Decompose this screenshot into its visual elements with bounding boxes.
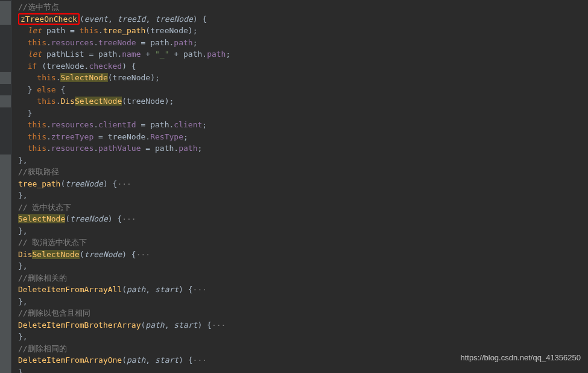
code-line: if (treeNode.checked) { [13,60,588,72]
fold-icon[interactable]: ··· [193,355,207,365]
comment: //选中节点 [18,2,59,11]
code-line: }, [13,225,588,237]
fold-icon[interactable]: ··· [212,320,226,330]
code-line: // 取消选中状态下 [13,237,588,249]
code-line: } else { [13,84,588,96]
code-line: DisSelectNode(treeNode) {··· [13,249,588,261]
fold-icon[interactable]: ··· [136,250,150,259]
code-line: this.resources.treeNode = path.path; [13,37,588,49]
code-line: this.DisSelectNode(treeNode); [13,95,588,107]
code-line: }, [13,260,588,272]
code-line: }, [13,155,588,167]
code-line: // 选中状态下 [13,202,588,214]
code-line: zTreeOnCheck(event, treeId, treeNode) { [13,13,588,25]
code-line: }, [13,366,588,374]
code-line: let pathList = path.name + "_" + path.pa… [13,48,588,60]
code-line: DeleteItemFromBrotherArray(path, start) … [13,319,588,331]
code-line: this.resources.clientId = path.client; [13,119,588,131]
code-line: this.resources.pathValue = path.path; [13,142,588,155]
code-line: }, [13,296,588,308]
code-line: tree_path(treeNode) {··· [13,178,588,190]
code-line: //删除相关的 [13,272,588,284]
fold-icon[interactable]: ··· [193,285,207,294]
comment: //删除相同的 [18,344,67,353]
code-line: let path = this.tree_path(treeNode); [13,25,588,37]
code-line: //删除以包含且相同 [13,307,588,319]
code-line: DeleteItemFromArrayAll(path, start) {··· [13,284,588,296]
highlighted-function: zTreeOnCheck [18,13,80,25]
comment: //获取路径 [18,167,59,176]
watermark: https://blog.csdn.net/qq_41356250 [461,352,581,364]
comment: //删除以包含且相同 [18,308,90,317]
comment: // 选中状态下 [18,203,71,212]
code-line: }, [13,331,588,343]
code-line: this.ztreeTyep = treeNode.ResType; [13,131,588,143]
code-line: }, [13,190,588,202]
code-editor[interactable]: //选中节点 zTreeOnCheck(event, treeId, treeN… [0,0,588,373]
code-line: this.SelectNode(treeNode); [13,72,588,84]
code-line: SelectNode(treeNode) {··· [13,213,588,225]
code-line: } [13,107,588,120]
fold-icon[interactable]: ··· [117,179,131,188]
comment: // 取消选中状态下 [18,238,87,247]
code-line: //选中节点 [13,1,588,13]
comment: //删除相关的 [18,273,67,282]
fold-icon[interactable]: ··· [122,214,136,223]
code-line: //获取路径 [13,166,588,178]
